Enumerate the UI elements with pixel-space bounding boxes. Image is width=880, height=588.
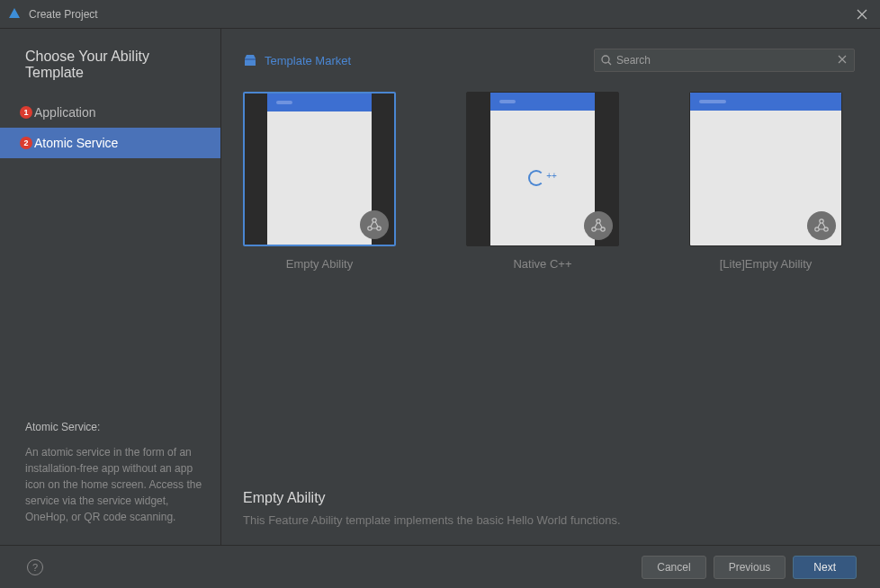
svg-point-4 (368, 227, 372, 230)
cancel-button[interactable]: Cancel (642, 556, 705, 579)
search-box[interactable] (594, 49, 855, 72)
graph-icon (360, 210, 389, 239)
clear-icon[interactable] (838, 55, 849, 66)
template-label: [Lite]Empty Ability (720, 257, 813, 271)
sidebar-help: Atomic Service: An atomic service in the… (25, 419, 204, 525)
svg-point-10 (815, 227, 819, 231)
template-card-lite-empty-ability[interactable]: [Lite]Empty Ability (689, 92, 842, 271)
graph-icon (807, 211, 836, 240)
main-panel: Template Market (221, 29, 880, 545)
store-icon (243, 53, 257, 67)
annotation-badge: 2 (20, 137, 32, 149)
svg-point-2 (602, 56, 609, 63)
template-preview (689, 92, 842, 246)
annotation-badge: 1 (20, 106, 32, 119)
previous-button[interactable]: Previous (714, 556, 786, 579)
template-card-empty-ability[interactable]: Empty Ability (243, 92, 396, 271)
window-title: Create Project (29, 8, 851, 21)
template-card-native-cpp[interactable]: ++ Native C++ (466, 92, 619, 271)
app-logo-icon (7, 7, 22, 22)
help-body: An atomic service in the form of an inst… (25, 444, 204, 525)
svg-point-7 (592, 227, 596, 231)
selected-template-info: Empty Ability This Feature Ability templ… (243, 490, 855, 545)
titlebar: Create Project (0, 0, 880, 29)
template-label: Native C++ (513, 257, 571, 271)
close-icon[interactable] (851, 4, 873, 25)
sidebar-item-label: Application (34, 105, 96, 120)
next-button[interactable]: Next (793, 556, 857, 579)
svg-point-5 (377, 227, 381, 230)
sidebar-item-atomic-service[interactable]: 2 Atomic Service (0, 128, 220, 158)
template-preview: ++ (466, 92, 619, 246)
search-input[interactable] (616, 54, 838, 67)
sidebar: Choose Your Ability Template 1 Applicati… (0, 29, 221, 545)
template-market-label: Template Market (265, 54, 351, 67)
svg-point-6 (597, 219, 600, 223)
graph-icon (584, 211, 613, 240)
sidebar-item-label: Atomic Service (34, 136, 118, 150)
svg-point-9 (820, 219, 823, 223)
template-market-link[interactable]: Template Market (243, 53, 351, 67)
footer: ? Cancel Previous Next (0, 545, 880, 588)
svg-point-11 (824, 227, 828, 231)
search-icon (600, 54, 613, 67)
template-preview (243, 92, 396, 246)
cpp-icon: ++ (528, 170, 557, 186)
svg-rect-1 (245, 58, 256, 60)
svg-point-3 (373, 218, 376, 222)
help-title: Atomic Service: (25, 419, 204, 435)
template-label: Empty Ability (286, 257, 353, 271)
selected-template-description: This Feature Ability template implements… (243, 513, 855, 527)
help-icon[interactable]: ? (27, 559, 43, 575)
page-heading: Choose Your Ability Template (0, 49, 220, 97)
sidebar-item-application[interactable]: 1 Application (0, 97, 220, 128)
svg-point-8 (601, 227, 605, 231)
selected-template-title: Empty Ability (243, 490, 855, 506)
